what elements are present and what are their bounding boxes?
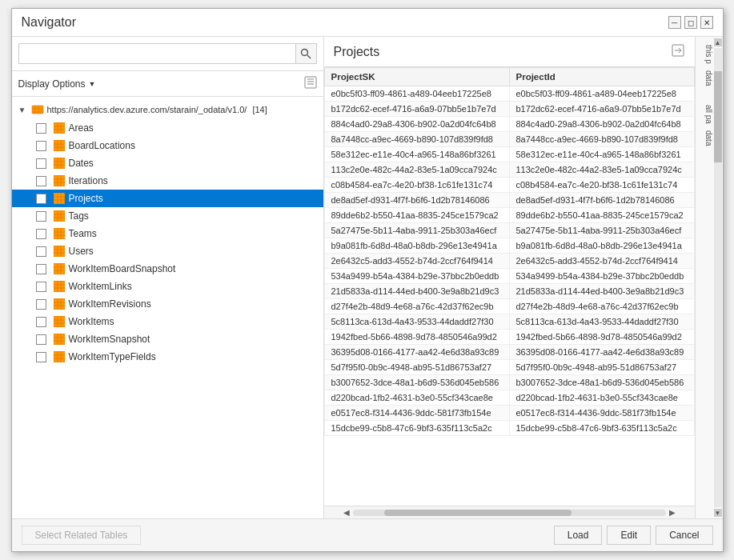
table-row[interactable]: 8a7448cc-a9ec-4669-b890-107d839f9fd88a74… [324,132,694,147]
table-cell: 58e312ec-e11e-40c4-a965-148a86bf3261 [509,147,694,162]
table-row[interactable]: 2e6432c5-add3-4552-b74d-2ccf764f94142e64… [324,254,694,269]
table-row[interactable]: 89dde6b2-b550-41aa-8835-245ce1579ca289dd… [324,208,694,223]
table-cell: b3007652-3dce-48a1-b6d9-536d045eb586 [324,375,509,390]
table-row[interactable]: 21d5833a-d114-44ed-b400-3e9a8b21d9c321d5… [324,284,694,299]
search-button[interactable] [296,43,317,64]
tree-item[interactable]: WorkItems [12,313,323,330]
tree-item-checkbox[interactable] [36,299,46,310]
table-row[interactable]: 534a9499-b54a-4384-b29e-37bbc2b0eddb534a… [324,269,694,284]
table-row[interactable]: 884c4ad0-29a8-4306-b902-0a2d04fc64b8884c… [324,117,694,132]
panel-title: Projects [334,45,380,59]
table-cell: e0517ec8-f314-4436-9ddc-581f73fb154e [324,406,509,421]
tree-item[interactable]: Areas [12,119,323,137]
cancel-button[interactable]: Cancel [656,526,712,545]
scroll-left-arrow[interactable]: ◀ [340,508,353,517]
tree-item[interactable]: Users [12,242,323,260]
data-panel: Projects ProjectSKProjectId [324,37,695,518]
tree-item-label: Users [69,246,319,257]
tree-item[interactable]: Teams [12,225,323,242]
table-cell: d220bcad-1fb2-4631-b3e0-55cf343cae8e [509,390,694,406]
table-row[interactable]: de8ad5ef-d931-4f7f-b6f6-1d2b78146086de8a… [324,193,694,208]
data-table-wrapper[interactable]: ProjectSKProjectId e0bc5f03-ff09-4861-a4… [324,67,695,506]
title-bar: Navigator ─ ◻ ✕ [12,9,723,37]
table-cell: c08b4584-ea7c-4e20-bf38-1c61fe131c74 [509,178,694,193]
table-cell: b172dc62-ecef-4716-a6a9-07bb5e1b7e7d [509,102,694,117]
tree-item-checkbox[interactable] [36,246,46,257]
table-row[interactable]: d220bcad-1fb2-4631-b3e0-55cf343cae8ed220… [324,390,694,406]
table-cell: b9a081fb-6d8d-48a0-b8db-296e13e4941a [509,238,694,254]
tree-item-checkbox[interactable] [36,194,46,204]
table-icon [53,280,66,293]
table-cell: 15dcbe99-c5b8-47c6-9bf3-635f113c5a2c [509,421,694,436]
select-related-tables-button[interactable]: Select Related Tables [22,526,142,545]
horizontal-scrollbar[interactable]: ◀ ▶ [324,506,695,518]
tree-item[interactable]: Projects [12,190,323,207]
table-row[interactable]: 36395d08-0166-4177-aa42-4e6d38a93c893639… [324,345,694,360]
tree-item-checkbox[interactable] [36,352,46,362]
load-button[interactable]: Load [554,526,603,545]
table-row[interactable]: b172dc62-ecef-4716-a6a9-07bb5e1b7e7db172… [324,102,694,117]
table-row[interactable]: 5a27475e-5b11-4aba-9911-25b303a46ecf5a27… [324,223,694,238]
svg-point-0 [302,50,308,56]
table-row[interactable]: e0517ec8-f314-4436-9ddc-581f73fb154ee051… [324,406,694,421]
table-row[interactable]: 5c8113ca-613d-4a43-9533-44daddf27f305c81… [324,314,694,330]
tree-items: Areas BoardLocations Dates Iterations Pr… [12,119,323,366]
tree-item-label: WorkItemLinks [69,281,319,292]
tree-item-checkbox[interactable] [36,211,46,222]
table-row[interactable]: e0bc5f03-ff09-4861-a489-04eeb17225e8e0bc… [324,86,694,102]
vertical-scrollbar[interactable]: ▲ ▼ [713,37,723,518]
tree-item[interactable]: WorkItemLinks [12,278,323,295]
minimize-button[interactable]: ─ [668,16,681,29]
tree-item[interactable]: Tags [12,207,323,225]
edit-button[interactable]: Edit [607,526,651,545]
scroll-down-arrow[interactable]: ▼ [714,509,722,517]
table-row[interactable]: 15dcbe99-c5b8-47c6-9bf3-635f113c5a2c15dc… [324,421,694,436]
close-button[interactable]: ✕ [700,16,713,29]
table-row[interactable]: d27f4e2b-48d9-4e68-a76c-42d37f62ec9bd27f… [324,299,694,314]
table-row[interactable]: b9a081fb-6d8d-48a0-b8db-296e13e4941ab9a0… [324,238,694,254]
tree-item[interactable]: Dates [12,154,323,172]
table-row[interactable]: 113c2e0e-482c-44a2-83e5-1a09cca7924c113c… [324,162,694,178]
table-row[interactable]: 5d7f95f0-0b9c-4948-ab95-51d86753af275d7f… [324,360,694,375]
refresh-icon[interactable] [304,76,317,91]
table-row[interactable]: c08b4584-ea7c-4e20-bf38-1c61fe131c74c08b… [324,178,694,193]
tree-item[interactable]: WorkItemTypeFields [12,348,323,366]
tree-item-checkbox[interactable] [36,317,46,327]
tree-item[interactable]: WorkItemSnapshot [12,330,323,348]
chevron-down-icon: ▼ [89,80,96,88]
tree-item-checkbox[interactable] [36,282,46,292]
tree-root-item[interactable]: ▼ https://analytics.dev.azure.com/starai… [12,100,323,119]
restore-button[interactable]: ◻ [684,16,697,29]
tree-item-label: WorkItemTypeFields [69,351,319,362]
table-row[interactable]: 58e312ec-e11e-40c4-a965-148a86bf326158e3… [324,147,694,162]
scroll-right-arrow[interactable]: ▶ [666,508,679,517]
tree-item-checkbox[interactable] [36,264,46,274]
scroll-up-arrow[interactable]: ▲ [714,38,722,46]
tree-item-checkbox[interactable] [36,229,46,239]
tree-item[interactable]: WorkItemBoardSnapshot [12,260,323,278]
table-cell: e0bc5f03-ff09-4861-a489-04eeb17225e8 [509,86,694,102]
table-icon [53,192,66,205]
vertical-track [714,48,722,507]
table-row[interactable]: 1942fbed-5b66-4898-9d78-4850546a99d21942… [324,330,694,345]
navigator-window: Navigator ─ ◻ ✕ Displa [11,8,724,552]
scrollbar-thumb[interactable] [384,510,572,516]
tree-item-checkbox[interactable] [36,158,46,169]
tree-item-checkbox[interactable] [36,123,46,134]
tree-item-checkbox[interactable] [36,141,46,151]
scrollbar-track [353,510,666,516]
tree-item[interactable]: Iterations [12,172,323,190]
table-cell: d27f4e2b-48d9-4e68-a76c-42d37f62ec9b [324,299,509,314]
vertical-thumb[interactable] [714,71,722,163]
tree-item[interactable]: WorkItemRevisions [12,295,323,313]
table-cell: 5d7f95f0-0b9c-4948-ab95-51d86753af27 [324,360,509,375]
table-row[interactable]: b3007652-3dce-48a1-b6d9-536d045eb586b300… [324,375,694,390]
tree-item[interactable]: BoardLocations [12,137,323,154]
tree-item-checkbox[interactable] [36,176,46,186]
export-icon[interactable] [671,43,685,60]
table-cell: 1942fbed-5b66-4898-9d78-4850546a99d2 [509,330,694,345]
tree-container[interactable]: ▼ https://analytics.dev.azure.com/starai… [12,97,323,518]
display-options-button[interactable]: Display Options ▼ [18,78,96,90]
search-input[interactable] [18,43,296,64]
tree-item-checkbox[interactable] [36,334,46,345]
